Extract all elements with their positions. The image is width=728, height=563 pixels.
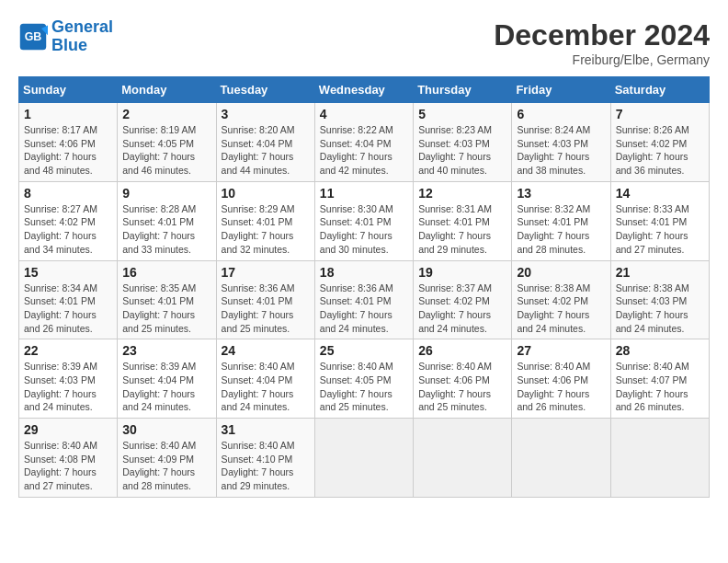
calendar-week-row: 15Sunrise: 8:34 AM Sunset: 4:01 PM Dayli… (19, 260, 710, 339)
day-number: 5 (418, 107, 506, 121)
day-info: Sunrise: 8:36 AM Sunset: 4:01 PM Dayligh… (320, 282, 408, 336)
day-number: 16 (122, 265, 210, 280)
day-info: Sunrise: 8:36 AM Sunset: 4:01 PM Dayligh… (222, 282, 310, 336)
day-info: Sunrise: 8:37 AM Sunset: 4:02 PM Dayligh… (418, 282, 506, 336)
svg-text:GB: GB (25, 29, 42, 42)
calendar-week-row: 1Sunrise: 8:17 AM Sunset: 4:06 PM Daylig… (19, 103, 710, 182)
calendar-cell: 21Sunrise: 8:38 AM Sunset: 4:03 PM Dayli… (610, 260, 709, 339)
day-number: 7 (616, 107, 704, 121)
day-number: 13 (517, 186, 605, 201)
day-number: 21 (616, 265, 704, 280)
day-info: Sunrise: 8:39 AM Sunset: 4:04 PM Dayligh… (122, 360, 210, 414)
calendar-week-row: 22Sunrise: 8:39 AM Sunset: 4:03 PM Dayli… (19, 339, 710, 419)
day-header-thursday: Thursday (414, 77, 512, 103)
day-info: Sunrise: 8:20 AM Sunset: 4:04 PM Dayligh… (222, 123, 310, 178)
day-info: Sunrise: 8:26 AM Sunset: 4:02 PM Dayligh… (616, 123, 704, 178)
day-number: 17 (222, 265, 310, 280)
calendar-cell: 17Sunrise: 8:36 AM Sunset: 4:01 PM Dayli… (216, 260, 314, 339)
calendar-cell: 18Sunrise: 8:36 AM Sunset: 4:01 PM Dayli… (314, 260, 413, 339)
day-header-saturday: Saturday (610, 77, 709, 103)
day-header-monday: Monday (118, 77, 216, 103)
calendar-week-row: 8Sunrise: 8:27 AM Sunset: 4:02 PM Daylig… (19, 181, 710, 260)
day-info: Sunrise: 8:40 AM Sunset: 4:10 PM Dayligh… (222, 439, 310, 493)
calendar-cell: 2Sunrise: 8:19 AM Sunset: 4:05 PM Daylig… (118, 103, 216, 182)
day-info: Sunrise: 8:40 AM Sunset: 4:06 PM Dayligh… (418, 360, 506, 414)
calendar-cell: 24Sunrise: 8:40 AM Sunset: 4:04 PM Dayli… (216, 339, 314, 419)
day-info: Sunrise: 8:24 AM Sunset: 4:03 PM Dayligh… (517, 123, 605, 178)
day-info: Sunrise: 8:38 AM Sunset: 4:02 PM Dayligh… (517, 282, 605, 336)
calendar-cell: 4Sunrise: 8:22 AM Sunset: 4:04 PM Daylig… (314, 103, 413, 182)
day-number: 14 (616, 186, 704, 201)
day-number: 23 (122, 343, 210, 358)
calendar-cell: 25Sunrise: 8:40 AM Sunset: 4:05 PM Dayli… (314, 339, 413, 419)
day-info: Sunrise: 8:40 AM Sunset: 4:08 PM Dayligh… (24, 439, 112, 493)
calendar-header-row: SundayMondayTuesdayWednesdayThursdayFrid… (19, 77, 710, 103)
day-info: Sunrise: 8:19 AM Sunset: 4:05 PM Dayligh… (122, 123, 210, 178)
day-number: 11 (320, 186, 408, 201)
day-header-friday: Friday (512, 77, 610, 103)
day-number: 10 (222, 186, 310, 201)
day-header-sunday: Sunday (19, 77, 118, 103)
day-info: Sunrise: 8:28 AM Sunset: 4:01 PM Dayligh… (122, 202, 210, 257)
calendar-cell (610, 419, 709, 498)
calendar-cell: 3Sunrise: 8:20 AM Sunset: 4:04 PM Daylig… (216, 103, 314, 182)
calendar-cell: 22Sunrise: 8:39 AM Sunset: 4:03 PM Dayli… (19, 339, 118, 419)
calendar-cell: 11Sunrise: 8:30 AM Sunset: 4:01 PM Dayli… (314, 181, 413, 260)
calendar-cell: 10Sunrise: 8:29 AM Sunset: 4:01 PM Dayli… (216, 181, 314, 260)
calendar-cell: 7Sunrise: 8:26 AM Sunset: 4:02 PM Daylig… (610, 103, 709, 182)
day-number: 12 (418, 186, 506, 201)
day-info: Sunrise: 8:29 AM Sunset: 4:01 PM Dayligh… (222, 202, 310, 257)
calendar-cell: 20Sunrise: 8:38 AM Sunset: 4:02 PM Dayli… (512, 260, 610, 339)
calendar-cell (414, 419, 512, 498)
calendar-cell: 15Sunrise: 8:34 AM Sunset: 4:01 PM Dayli… (19, 260, 118, 339)
calendar-cell: 8Sunrise: 8:27 AM Sunset: 4:02 PM Daylig… (19, 181, 118, 260)
logo: GB General Blue (18, 18, 113, 55)
calendar-week-row: 29Sunrise: 8:40 AM Sunset: 4:08 PM Dayli… (19, 419, 710, 498)
calendar-cell: 23Sunrise: 8:39 AM Sunset: 4:04 PM Dayli… (118, 339, 216, 419)
page-header: GB General Blue December 2024 Freiburg/E… (18, 18, 710, 67)
day-number: 24 (222, 343, 310, 358)
calendar-cell: 30Sunrise: 8:40 AM Sunset: 4:09 PM Dayli… (118, 419, 216, 498)
day-number: 22 (24, 343, 112, 358)
calendar-cell: 14Sunrise: 8:33 AM Sunset: 4:01 PM Dayli… (610, 181, 709, 260)
day-info: Sunrise: 8:30 AM Sunset: 4:01 PM Dayligh… (320, 202, 408, 257)
calendar-cell: 12Sunrise: 8:31 AM Sunset: 4:01 PM Dayli… (414, 181, 512, 260)
day-number: 29 (24, 422, 112, 437)
day-number: 19 (418, 265, 506, 280)
calendar-cell: 6Sunrise: 8:24 AM Sunset: 4:03 PM Daylig… (512, 103, 610, 182)
day-info: Sunrise: 8:23 AM Sunset: 4:03 PM Dayligh… (418, 123, 506, 178)
day-number: 15 (24, 265, 112, 280)
calendar-cell: 16Sunrise: 8:35 AM Sunset: 4:01 PM Dayli… (118, 260, 216, 339)
day-info: Sunrise: 8:34 AM Sunset: 4:01 PM Dayligh… (24, 282, 112, 336)
day-info: Sunrise: 8:39 AM Sunset: 4:03 PM Dayligh… (24, 360, 112, 414)
calendar-cell: 27Sunrise: 8:40 AM Sunset: 4:06 PM Dayli… (512, 339, 610, 419)
calendar-cell: 19Sunrise: 8:37 AM Sunset: 4:02 PM Dayli… (414, 260, 512, 339)
day-info: Sunrise: 8:40 AM Sunset: 4:07 PM Dayligh… (616, 360, 704, 414)
calendar-cell: 9Sunrise: 8:28 AM Sunset: 4:01 PM Daylig… (118, 181, 216, 260)
day-header-tuesday: Tuesday (216, 77, 314, 103)
calendar-cell: 1Sunrise: 8:17 AM Sunset: 4:06 PM Daylig… (19, 103, 118, 182)
page-title: December 2024 (494, 18, 710, 52)
day-number: 1 (24, 107, 112, 121)
calendar-cell: 31Sunrise: 8:40 AM Sunset: 4:10 PM Dayli… (216, 419, 314, 498)
day-number: 28 (616, 343, 704, 358)
day-number: 3 (222, 107, 310, 121)
day-info: Sunrise: 8:31 AM Sunset: 4:01 PM Dayligh… (418, 202, 506, 257)
day-info: Sunrise: 8:40 AM Sunset: 4:06 PM Dayligh… (517, 360, 605, 414)
title-block: December 2024 Freiburg/Elbe, Germany (494, 18, 710, 67)
calendar-cell (314, 419, 413, 498)
day-info: Sunrise: 8:35 AM Sunset: 4:01 PM Dayligh… (122, 282, 210, 336)
day-info: Sunrise: 8:27 AM Sunset: 4:02 PM Dayligh… (24, 202, 112, 257)
day-number: 8 (24, 186, 112, 201)
calendar-cell: 29Sunrise: 8:40 AM Sunset: 4:08 PM Dayli… (19, 419, 118, 498)
day-number: 25 (320, 343, 408, 358)
day-info: Sunrise: 8:33 AM Sunset: 4:01 PM Dayligh… (616, 202, 704, 257)
calendar-cell: 26Sunrise: 8:40 AM Sunset: 4:06 PM Dayli… (414, 339, 512, 419)
calendar-cell: 13Sunrise: 8:32 AM Sunset: 4:01 PM Dayli… (512, 181, 610, 260)
day-info: Sunrise: 8:17 AM Sunset: 4:06 PM Dayligh… (24, 123, 112, 178)
day-info: Sunrise: 8:38 AM Sunset: 4:03 PM Dayligh… (616, 282, 704, 336)
day-header-wednesday: Wednesday (314, 77, 413, 103)
calendar-cell (512, 419, 610, 498)
day-number: 30 (122, 422, 210, 437)
day-info: Sunrise: 8:40 AM Sunset: 4:05 PM Dayligh… (320, 360, 408, 414)
